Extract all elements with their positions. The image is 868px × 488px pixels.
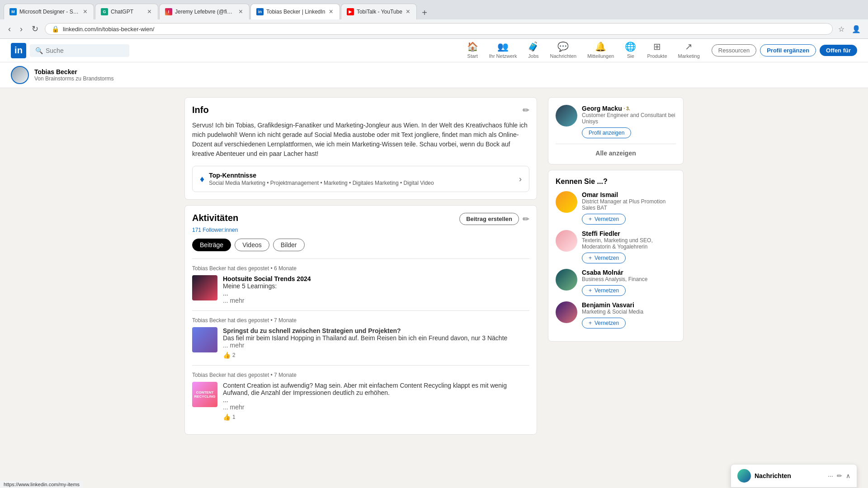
tk-content: Top-Kenntnisse Social Media Marketing • … <box>209 172 434 186</box>
tk-skills: Social Media Marketing • Projektmanageme… <box>209 180 434 186</box>
alle-anzeigen-button[interactable]: Alle anzeigen <box>556 150 676 157</box>
back-button[interactable]: ‹ <box>5 23 14 36</box>
search-input[interactable] <box>46 47 118 54</box>
similar-profiles-card: Georg Macku · 3. Customer Engineer and C… <box>548 97 684 164</box>
post-item: Tobias Becker hat dies gepostet • 7 Mona… <box>192 365 529 427</box>
tab-title-yt: TobiTalk - YouTube <box>357 9 402 15</box>
person-avatar-omar <box>556 191 577 213</box>
person-item-omar: Omar Ismail District Manager at Plus Pro… <box>556 191 676 225</box>
tab-title-ms: Microsoft Designer - Stunning... <box>19 9 80 15</box>
top-kenntnisse-section[interactable]: ♦ Top-Kenntnisse Social Media Marketing … <box>192 166 529 192</box>
post-subtitle: Meine 5 Learnings: <box>223 282 311 290</box>
tab-btn-bilder[interactable]: Bilder <box>273 239 305 251</box>
nav-item-mitteilungen[interactable]: 🔔 Mitteilungen <box>583 38 618 62</box>
tab-youtube[interactable]: ▶ TobiTalk - YouTube × <box>341 4 417 19</box>
nav-item-sie[interactable]: 🌐 Sie <box>620 38 641 62</box>
tab-microsoft-designer[interactable]: M Microsoft Designer - Stunning... × <box>4 4 94 19</box>
main-content: Info ✏ Servus! Ich bin Tobias, Grafikdes… <box>184 97 537 435</box>
url-bar[interactable]: 🔒 linkedin.com/in/tobias-becker-wien/ <box>45 23 833 35</box>
home-icon: 🏠 <box>467 41 478 52</box>
linkedin-logo[interactable]: in <box>11 43 26 58</box>
person-avatar-georg <box>556 105 577 127</box>
products-icon: ⊞ <box>653 41 661 52</box>
person-info-georg: Georg Macku · 3. Customer Engineer and C… <box>582 105 676 138</box>
edit-aktivitaeten-icon[interactable]: ✏ <box>523 214 529 224</box>
connect-icon-omar: + <box>589 216 592 222</box>
nav-item-netzwerk[interactable]: 👥 Ihr Netzwerk <box>485 38 522 62</box>
aktivitaeten-tabs: Beiträge Videos Bilder <box>192 239 529 251</box>
kennen-sie-title: Kennen Sie ...? <box>556 178 676 186</box>
nav-item-nachrichten[interactable]: 💬 Nachrichten <box>545 38 581 62</box>
post-meta: Tobias Becker hat dies gepostet • 7 Mona… <box>192 317 529 324</box>
aktivitaeten-card: Aktivitäten Beitrag erstellen ✏ 171 Foll… <box>184 205 537 435</box>
person-item-benjamin: Benjamin Vasvari Marketing & Social Medi… <box>556 301 676 328</box>
connect-button-benjamin[interactable]: + Vernetzen <box>582 318 626 328</box>
nav-label-produkte: Produkte <box>647 53 667 59</box>
person-info-omar: Omar Ismail District Manager at Plus Pro… <box>582 191 676 225</box>
person-name-omar: Omar Ismail <box>582 191 676 198</box>
info-text: Servus! Ich bin Tobias, Grafikdesign-Fan… <box>192 121 529 159</box>
tab-instagram[interactable]: I Jeremy Lefebvre (@financialec... × <box>159 4 250 19</box>
tab-close-li[interactable]: × <box>328 8 334 16</box>
like-count: 2 <box>232 352 236 358</box>
tab-btn-videos[interactable]: Videos <box>235 239 269 251</box>
post-more-link[interactable]: ... mehr <box>223 297 244 304</box>
person-name-steffi: Steffi Fiedler <box>582 230 676 237</box>
post-thumbnail: CONTENT RECYCLING <box>192 382 217 407</box>
followers-count[interactable]: 171 Follower:innen <box>192 227 529 233</box>
connect-button-omar[interactable]: + Vernetzen <box>582 214 626 225</box>
profile-bar-tagline: Von Brainstorms zu Brandstorms <box>34 75 113 82</box>
post-text-area: Springst du zu schnell zwischen Strategi… <box>223 327 507 359</box>
aktivitaeten-title: Aktivitäten <box>192 213 238 223</box>
search-bar[interactable]: 🔍 <box>30 44 129 57</box>
tab-close-ms[interactable]: × <box>82 8 88 16</box>
tab-title-li: Tobias Becker | LinkedIn <box>266 9 326 15</box>
ressourcen-button[interactable]: Ressourcen <box>712 44 756 56</box>
tab-close-gpt[interactable]: × <box>146 8 152 16</box>
marketing-icon: ↗ <box>685 41 693 52</box>
post-more-link[interactable]: ... mehr <box>223 404 244 411</box>
tab-linkedin[interactable]: in Tobias Becker | LinkedIn × <box>250 4 340 19</box>
new-tab-button[interactable]: + <box>418 6 431 19</box>
tk-title: Top-Kenntnisse <box>209 172 434 179</box>
reload-button[interactable]: ↻ <box>29 22 41 36</box>
nav-item-produkte[interactable]: ⊞ Produkte <box>642 38 671 62</box>
nav-item-marketing[interactable]: ↗ Marketing <box>674 38 704 62</box>
profile-bar: Tobias Becker Von Brainstorms zu Brandst… <box>0 62 868 88</box>
tab-favicon-li: in <box>256 8 264 15</box>
profile-icon[interactable]: 👤 <box>850 23 863 35</box>
person-title-georg: Customer Engineer and Consultant bei Uni… <box>582 112 676 125</box>
beitrag-erstellen-button[interactable]: Beitrag erstellen <box>459 213 519 225</box>
profil-ergaenzen-button[interactable]: Profil ergänzen <box>760 44 816 56</box>
tab-chatgpt[interactable]: G ChatGPT × <box>95 4 158 19</box>
person-name-georg: Georg Macku <box>582 105 622 112</box>
edit-info-icon[interactable]: ✏ <box>523 105 529 115</box>
tab-favicon-gpt: G <box>101 8 108 15</box>
nav-item-start[interactable]: 🏠 Start <box>462 38 483 62</box>
post-content: CONTENT RECYCLING Content Creation ist a… <box>192 382 529 421</box>
forward-button[interactable]: › <box>17 23 25 36</box>
kennen-sie-card: Kennen Sie ...? Omar Ismail District Man… <box>548 170 684 342</box>
tab-close-yt[interactable]: × <box>405 8 411 16</box>
tab-title-gpt: ChatGPT <box>111 9 144 15</box>
post-thumbnail <box>192 327 217 352</box>
post-more-link[interactable]: ... mehr <box>223 342 244 349</box>
tab-btn-beitraege[interactable]: Beiträge <box>192 239 231 251</box>
connect-button-csaba[interactable]: + Vernetzen <box>582 285 626 296</box>
like-icon: 👍 <box>223 352 231 359</box>
offen-fuer-button[interactable]: Offen für <box>820 45 857 56</box>
nav-label-nachrichten: Nachrichten <box>550 53 576 59</box>
bookmark-icon[interactable]: ☆ <box>836 23 846 35</box>
jobs-icon: 🧳 <box>528 41 539 52</box>
connect-button-steffi[interactable]: + Vernetzen <box>582 253 626 263</box>
person-info-steffi: Steffi Fiedler Texterin, Marketing und S… <box>582 230 676 263</box>
post-meta: Tobias Becker hat dies gepostet • 7 Mona… <box>192 372 529 378</box>
post-thumbnail <box>192 275 217 300</box>
nav-item-jobs[interactable]: 🧳 Jobs <box>523 38 543 62</box>
nav-label-netzwerk: Ihr Netzwerk <box>489 53 517 59</box>
person-item-georg: Georg Macku · 3. Customer Engineer and C… <box>556 105 676 138</box>
browser-toolbar-icons: ☆ 👤 <box>836 23 863 35</box>
profil-anzeigen-button-georg[interactable]: Profil anzeigen <box>582 127 631 138</box>
network-icon: 👥 <box>497 41 509 52</box>
tab-close-ig[interactable]: × <box>238 8 244 16</box>
